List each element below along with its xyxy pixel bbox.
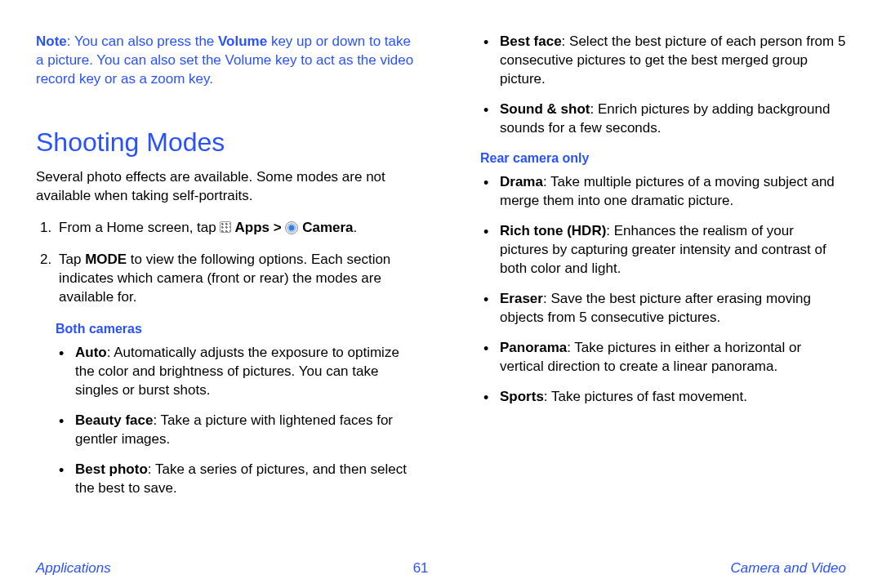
subhead-rear-camera: Rear camera only — [480, 149, 846, 167]
list-item: Auto: Automatically adjusts the exposure… — [72, 344, 421, 400]
mode-name: Sound & shot — [500, 101, 590, 117]
note-part1: : You can also press the — [67, 33, 218, 49]
note-volume: Volume — [218, 33, 267, 49]
apps-icon — [220, 221, 231, 233]
step1-period: . — [354, 220, 358, 235]
camera-icon — [285, 221, 298, 234]
list-item: Sports: Take pictures of fast movement. — [497, 388, 846, 407]
mode-name: Eraser — [500, 291, 543, 306]
note-text: Note: You can also press the Volume key … — [36, 33, 421, 89]
intro-text: Several photo effects are available. Som… — [36, 168, 421, 206]
list-item: Panorama: Take pictures in either a hori… — [497, 339, 846, 376]
manual-page: Note: You can also press the Volume key … — [0, 0, 882, 588]
step2-text-a: Tap — [59, 252, 85, 267]
list-item: Sound & shot: Enrich pictures by adding … — [497, 100, 846, 138]
both-cameras-list: Auto: Automatically adjusts the exposure… — [36, 344, 421, 498]
list-item: Rich tone (HDR): Enhances the realism of… — [497, 222, 846, 278]
list-item: Best photo: Take a series of pictures, a… — [72, 461, 421, 498]
footer-right: Camera and Video — [731, 560, 846, 577]
right-column: Best face: Select the best picture of ea… — [461, 33, 846, 539]
list-item: Eraser: Save the best picture after eras… — [497, 290, 846, 327]
rear-camera-list: Drama: Take multiple pictures of a movin… — [461, 173, 846, 406]
step-2: Tap MODE to view the following options. … — [56, 251, 421, 307]
step1-apps-label: Apps > — [231, 220, 285, 235]
mode-name: Drama — [500, 174, 543, 189]
both-cameras-list-cont: Best face: Select the best picture of ea… — [461, 33, 846, 138]
section-heading: Shooting Modes — [36, 125, 421, 160]
list-item: Best face: Select the best picture of ea… — [497, 33, 846, 89]
mode-name: Panorama — [500, 340, 567, 355]
step1-text-a: From a Home screen, tap — [59, 220, 220, 235]
note-label: Note — [36, 33, 67, 49]
mode-name: Sports — [500, 389, 544, 404]
mode-name: Best face — [500, 33, 562, 49]
content-columns: Note: You can also press the Volume key … — [36, 33, 846, 539]
step1-camera-label: Camera — [298, 220, 353, 235]
list-item: Beauty face: Take a picture with lighten… — [72, 412, 421, 449]
mode-desc: : Save the best picture after erasing mo… — [500, 291, 811, 325]
list-item: Drama: Take multiple pictures of a movin… — [497, 173, 846, 211]
mode-name: Beauty face — [75, 412, 153, 428]
footer-page-number: 61 — [413, 560, 429, 577]
mode-name: Auto — [75, 345, 107, 360]
step-1: From a Home screen, tap Apps > Camera. — [56, 219, 421, 238]
mode-desc: : Take multiple pictures of a moving sub… — [500, 174, 835, 208]
mode-desc: : Automatically adjusts the exposure to … — [75, 345, 399, 398]
steps-list: From a Home screen, tap Apps > Camera. T… — [36, 219, 421, 307]
left-column: Note: You can also press the Volume key … — [36, 33, 421, 539]
subhead-both-cameras: Both cameras — [56, 320, 421, 338]
step2-mode-label: MODE — [85, 252, 127, 267]
footer-left: Applications — [36, 560, 111, 577]
page-footer: Applications 61 Camera and Video — [36, 560, 846, 577]
mode-name: Best photo — [75, 461, 148, 477]
mode-name: Rich tone (HDR) — [500, 223, 606, 238]
mode-desc: : Take pictures of fast movement. — [544, 389, 747, 404]
